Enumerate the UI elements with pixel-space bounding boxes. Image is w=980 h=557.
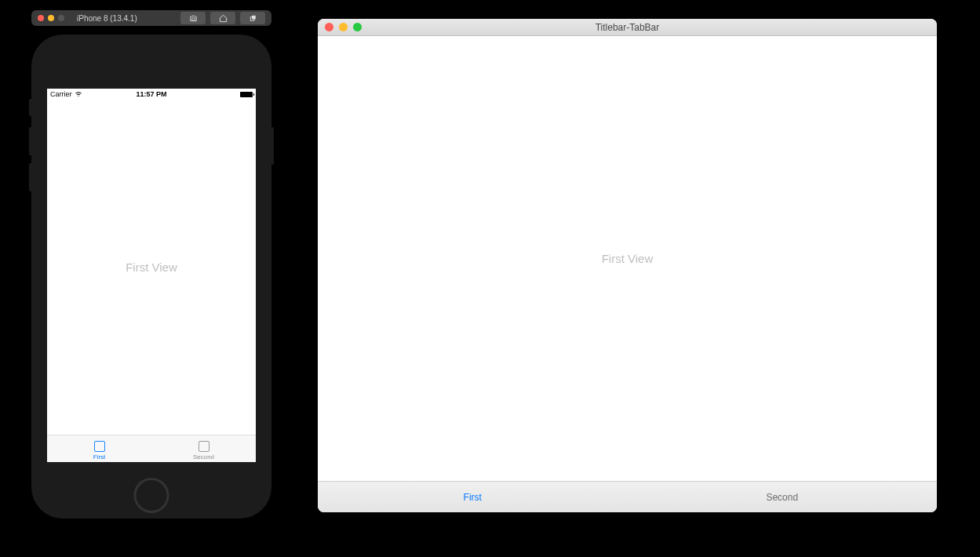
app-switcher-button[interactable]: [240, 12, 265, 24]
simulator-controls: iPhone 8 (13.4.1): [31, 10, 271, 26]
home-button[interactable]: [210, 12, 235, 24]
minimize-icon[interactable]: [339, 23, 348, 31]
mac-content-label: First View: [602, 252, 654, 265]
stacked-rects-icon: [249, 14, 257, 23]
simulator-device-label: iPhone 8 (13.4.1): [77, 14, 176, 23]
square-icon: [199, 441, 209, 452]
battery-icon: [240, 92, 253, 97]
zoom-icon[interactable]: [353, 23, 362, 31]
window-title: Titlebar-TabBar: [596, 22, 660, 33]
tab-label: Second: [766, 492, 798, 503]
tab-label: Second: [193, 453, 214, 461]
ios-content-area: First View: [47, 100, 256, 435]
square-icon: [94, 441, 105, 452]
tab-second[interactable]: Second: [628, 482, 938, 512]
tab-first[interactable]: First: [318, 482, 628, 512]
simulator-traffic-lights: [38, 15, 64, 21]
close-icon[interactable]: [325, 23, 333, 31]
tab-second[interactable]: Second: [151, 435, 256, 462]
status-bar: Carrier 11:57 PM: [47, 89, 256, 100]
wifi-icon: [75, 91, 82, 97]
mac-traffic-lights: [318, 23, 362, 31]
mac-tabbar: First Second: [318, 481, 937, 512]
iphone-screen: Carrier 11:57 PM First View First Second: [47, 89, 256, 462]
ios-tabbar: First Second: [47, 435, 256, 462]
mac-titlebar[interactable]: Titlebar-TabBar: [318, 19, 937, 36]
volume-up-button[interactable]: [29, 127, 31, 155]
camera-icon: [189, 14, 198, 23]
minimize-icon[interactable]: [48, 15, 54, 21]
close-icon[interactable]: [38, 15, 44, 21]
home-icon: [219, 14, 228, 23]
iphone-simulator: Carrier 11:57 PM First View First Second: [31, 35, 271, 519]
screenshot-button[interactable]: [180, 12, 206, 24]
home-button-physical[interactable]: [134, 478, 169, 513]
tab-first[interactable]: First: [47, 435, 151, 462]
tab-label: First: [464, 492, 482, 503]
inactive-dot-icon: [58, 15, 64, 21]
svg-rect-1: [252, 15, 256, 19]
ios-content-label: First View: [126, 260, 177, 274]
tab-label: First: [93, 453, 106, 461]
carrier-label: Carrier: [50, 90, 72, 98]
power-button[interactable]: [271, 127, 274, 165]
mute-switch[interactable]: [29, 99, 31, 116]
mac-content-area: First View: [318, 36, 937, 481]
mac-window: Titlebar-TabBar First View First Second: [318, 19, 937, 512]
status-time: 11:57 PM: [136, 90, 166, 98]
volume-down-button[interactable]: [29, 163, 31, 191]
